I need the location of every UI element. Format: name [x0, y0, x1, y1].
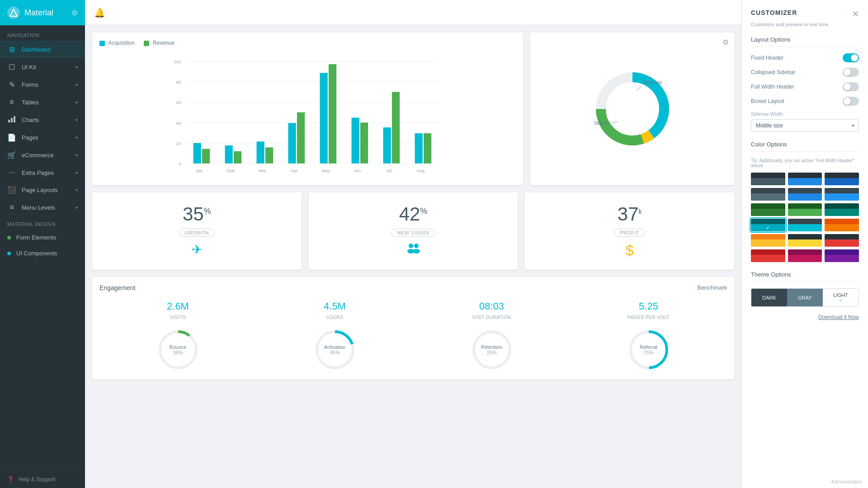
sidebar-settings-icon[interactable]: ⚙: [71, 9, 78, 17]
collapsed-sidebar-toggle[interactable]: [843, 68, 859, 77]
svg-rect-18: [225, 145, 233, 164]
svg-rect-20: [257, 141, 264, 163]
theme-gray-button[interactable]: GRAY: [787, 289, 823, 306]
color-swatch[interactable]: [825, 219, 859, 231]
color-swatch[interactable]: [788, 203, 822, 216]
sidenav-select[interactable]: Middle size Small Large: [751, 119, 859, 132]
sidebar-bottom: ❓ Help & Support: [0, 470, 85, 488]
svg-rect-1: [8, 120, 10, 122]
donut-chart-card: ⚙ Referrals Search: [530, 33, 734, 185]
sidebar-item-charts[interactable]: Charts ▾: [0, 111, 85, 129]
color-swatch[interactable]: [788, 188, 822, 201]
sidebar-item-pages[interactable]: 📄 Pages ▾: [0, 129, 85, 146]
svg-text:Referrals: Referrals: [644, 80, 662, 85]
color-swatch[interactable]: [751, 234, 785, 247]
color-swatch[interactable]: [751, 188, 785, 201]
help-label: Help & Support: [19, 476, 55, 483]
color-swatch[interactable]: [751, 173, 785, 185]
svg-text:20: 20: [176, 141, 181, 146]
color-swatch[interactable]: [788, 249, 822, 262]
svg-marker-0: [10, 9, 17, 16]
full-width-header-toggle[interactable]: [843, 82, 859, 91]
svg-rect-19: [234, 151, 241, 164]
color-swatch[interactable]: [825, 188, 859, 201]
activation-name: Activation: [324, 344, 346, 350]
svg-rect-16: [193, 143, 201, 163]
sidenav-row: Sidenav Width Middle size Small Large: [751, 111, 859, 132]
stat-profit-card: 37k PROFIT $: [525, 192, 734, 270]
metric-pages: 5.25 PAGES PER VISIT Referral 75%: [570, 300, 727, 372]
bounce-pct: 36%: [170, 350, 186, 355]
svg-text:80: 80: [176, 80, 181, 84]
boxed-layout-toggle[interactable]: [843, 97, 859, 106]
theme-buttons: DARK GRAY LIGHT✓: [751, 288, 859, 307]
engagement-header: Engagement Benchmark: [99, 284, 727, 291]
sidebar-item-menulevels[interactable]: ≡ Menu Levels ▾: [0, 199, 85, 216]
color-swatch[interactable]: [751, 203, 785, 216]
gear-icon[interactable]: ⚙: [722, 38, 729, 47]
svg-rect-30: [415, 133, 423, 164]
theme-light-button[interactable]: LIGHT✓: [823, 289, 859, 306]
sidebar-item-label: Pages: [22, 134, 38, 141]
full-width-header-label: Full Width Header: [751, 84, 794, 90]
sidebar-item-label: Form Elements: [16, 234, 56, 241]
pages-label: PAGES PER VISIT: [627, 315, 669, 320]
metric-visits: 2.6M VISITS Bounce 36%: [99, 300, 256, 372]
sidebar-item-tables[interactable]: ≡ Tables ▾: [0, 94, 85, 111]
svg-rect-27: [360, 122, 368, 163]
svg-rect-31: [424, 133, 431, 164]
referral-pct: 75%: [640, 350, 657, 355]
chevron-down-icon: ▾: [75, 188, 78, 192]
customizer-subtitle: Customize and preview in real time.: [751, 22, 859, 27]
close-icon[interactable]: ✕: [852, 9, 859, 19]
sidebar-item-label: UI Kit: [22, 64, 36, 70]
color-swatch[interactable]: [825, 173, 859, 185]
boxed-layout-label: Boxed Layout: [751, 98, 784, 104]
theme-check-icon: ✓: [826, 298, 855, 303]
sidebar-item-pagelayouts[interactable]: ⬛ Page Layouts ▾: [0, 181, 85, 199]
plane-icon: ✈: [192, 242, 202, 257]
sidebar-item-label: Page Layouts: [22, 187, 58, 193]
sidebar: Material ⚙ Navigation ⊞ Dashboard ☐ UI K…: [0, 0, 85, 488]
color-swatch[interactable]: [788, 234, 822, 247]
color-swatch[interactable]: [788, 219, 822, 231]
sidebar-item-forms[interactable]: ✎ Forms ▾: [0, 76, 85, 94]
sidebar-item-uikit[interactable]: ☐ UI Kit ▾: [0, 58, 85, 76]
color-swatch[interactable]: [825, 234, 859, 247]
color-swatch[interactable]: [825, 203, 859, 216]
color-options-title: Color Options: [751, 141, 859, 152]
nav-section-label: Navigation: [0, 25, 85, 41]
fixed-header-toggle[interactable]: [843, 53, 859, 62]
sidebar-item-dashboard[interactable]: ⊞ Dashboard: [0, 41, 85, 58]
download-link[interactable]: Download it Now: [751, 314, 859, 320]
chart-legend: Acquisition Revenue: [99, 40, 516, 46]
color-swatch[interactable]: [751, 249, 785, 262]
svg-point-51: [413, 249, 420, 253]
dollar-icon: $: [626, 242, 634, 259]
benchmark-label: Benchmark: [697, 284, 727, 291]
sidebar-item-uicomponents[interactable]: UI Components: [0, 245, 85, 261]
theme-dark-button[interactable]: DARK: [751, 289, 787, 306]
svg-rect-22: [288, 123, 296, 163]
stat-newusers-label: NEW USERS: [391, 229, 435, 237]
sidebar-item-formelements[interactable]: Form Elements: [0, 230, 85, 245]
color-swatch-selected[interactable]: ✓: [751, 219, 785, 231]
color-swatch[interactable]: [788, 173, 822, 185]
green-dot-icon: [7, 236, 11, 239]
svg-text:40: 40: [176, 121, 181, 126]
sidebar-item-extrapages[interactable]: ··· Extra Pages ▾: [0, 164, 85, 181]
notification-icon[interactable]: 🔔: [94, 7, 105, 18]
material-section-label: Material Design: [0, 216, 85, 230]
svg-text:Jul.: Jul.: [386, 168, 393, 173]
chevron-down-icon: ▾: [75, 65, 78, 70]
chevron-down-icon: ▾: [75, 153, 78, 158]
ecommerce-icon: 🛒: [7, 151, 16, 160]
revenue-dot: [144, 41, 149, 46]
svg-rect-28: [383, 127, 391, 164]
sidebar-item-ecommerce[interactable]: 🛒 eCommerce ▾: [0, 146, 85, 164]
color-swatch[interactable]: [825, 249, 859, 262]
svg-rect-17: [202, 149, 210, 163]
collapsed-sidebar-label: Collapsed Sidebar: [751, 69, 795, 75]
sidebar-item-label: UI Components: [16, 250, 57, 257]
help-support-item[interactable]: ❓ Help & Support: [7, 476, 78, 483]
